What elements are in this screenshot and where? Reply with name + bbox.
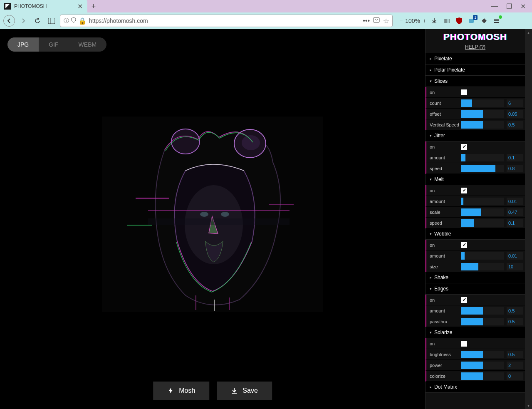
- slices-count-value[interactable]: 6: [507, 99, 523, 107]
- jitter-speed-value[interactable]: 0.8: [507, 165, 523, 172]
- effect-pixelate[interactable]: ▸Pixelate: [426, 53, 525, 64]
- zoom-in-button[interactable]: +: [423, 17, 426, 24]
- tab-close-icon[interactable]: ✕: [77, 3, 83, 10]
- forward-button[interactable]: [17, 15, 29, 27]
- edges-passthru-slider[interactable]: [461, 318, 504, 325]
- reload-button[interactable]: [32, 15, 43, 27]
- browser-tab[interactable]: PHOTOMOSH ✕: [0, 0, 87, 12]
- effect-wobble[interactable]: ▾Wobble: [426, 228, 525, 240]
- maximize-icon[interactable]: ❐: [506, 2, 512, 10]
- svg-rect-20: [148, 218, 290, 225]
- effect-edges[interactable]: ▾Edges: [426, 283, 525, 295]
- more-icon[interactable]: •••: [363, 17, 370, 25]
- tab-bar: PHOTOMOSH ✕ + — ❐ ✕: [0, 0, 532, 12]
- wobble-size-slider[interactable]: [461, 263, 504, 270]
- solarize-on-row: on: [426, 338, 525, 349]
- solarize-brightness-slider[interactable]: [461, 351, 504, 358]
- effect-polar-pixelate[interactable]: ▸Polar Pixelate: [426, 64, 525, 76]
- svg-rect-21: [136, 198, 169, 199]
- save-button[interactable]: Save: [217, 382, 272, 400]
- url-bar[interactable]: ⓘ 🔒 https://photomosh.com ••• ☆: [60, 15, 393, 27]
- solarize-power-value[interactable]: 2: [507, 362, 523, 369]
- minimize-icon[interactable]: —: [491, 2, 498, 10]
- info-icon[interactable]: ⓘ: [64, 17, 69, 25]
- close-window-icon[interactable]: ✕: [520, 2, 526, 10]
- mosh-label: Mosh: [179, 387, 195, 394]
- solarize-power-slider[interactable]: [461, 362, 504, 369]
- melt-speed-slider[interactable]: [461, 219, 504, 227]
- ublock-icon[interactable]: [455, 17, 463, 25]
- jitter-amount-value[interactable]: 0.1: [507, 154, 523, 161]
- chevron-right-icon: ▸: [430, 275, 432, 280]
- edges-amount-value[interactable]: 0.5: [507, 307, 523, 315]
- solarize-on-checkbox[interactable]: [461, 341, 467, 347]
- melt-scale-value[interactable]: 0.47: [507, 208, 523, 216]
- main-canvas-area: JPG GIF WEBM: [0, 29, 425, 409]
- solarize-colorize-value[interactable]: 0: [507, 372, 523, 380]
- slices-offset-value[interactable]: 0.05: [507, 110, 523, 118]
- effect-jitter[interactable]: ▾Jitter: [426, 130, 525, 141]
- effect-solarize[interactable]: ▾Solarize: [426, 327, 525, 338]
- wobble-size-value[interactable]: 10: [507, 263, 523, 270]
- effect-slices[interactable]: ▾Slices: [426, 76, 525, 87]
- help-link[interactable]: HELP (?): [426, 44, 525, 53]
- solarize-colorize-row: colorize0: [426, 371, 525, 382]
- reader-icon[interactable]: [373, 17, 380, 25]
- bookmark-star-icon[interactable]: ☆: [383, 17, 389, 25]
- solarize-power-row: power2: [426, 360, 525, 371]
- slices-vspeed-value[interactable]: 0.5: [507, 121, 523, 129]
- jitter-speed-slider[interactable]: [461, 165, 504, 172]
- mosh-button[interactable]: Mosh: [153, 382, 209, 400]
- slices-vspeed-slider[interactable]: [461, 121, 504, 129]
- wobble-amount-slider[interactable]: [461, 252, 504, 260]
- sidebar-toggle-icon[interactable]: [46, 15, 57, 27]
- melt-amount-value[interactable]: 0.01: [507, 198, 523, 205]
- lock-icon[interactable]: 🔒: [78, 17, 87, 25]
- format-tab-jpg[interactable]: JPG: [7, 37, 39, 52]
- new-tab-button[interactable]: +: [87, 0, 100, 12]
- edges-amount-slider[interactable]: [461, 307, 504, 315]
- wobble-on-checkbox[interactable]: [461, 242, 467, 248]
- melt-on-row: on: [426, 185, 525, 196]
- extension-icon[interactable]: [480, 17, 488, 25]
- melt-amount-slider[interactable]: [461, 198, 504, 205]
- slices-on-checkbox[interactable]: [461, 89, 467, 95]
- melt-scale-row: scale0.47: [426, 207, 525, 218]
- notifications-icon[interactable]: 1: [468, 17, 476, 25]
- back-button[interactable]: [3, 15, 15, 27]
- slices-count-slider[interactable]: [461, 99, 504, 107]
- jitter-amount-slider[interactable]: [461, 154, 504, 161]
- preview-canvas[interactable]: [102, 117, 323, 312]
- chevron-down-icon: ▾: [430, 177, 432, 181]
- solarize-colorize-slider[interactable]: [461, 372, 504, 380]
- jitter-on-checkbox[interactable]: [461, 144, 467, 150]
- melt-speed-value[interactable]: 0.1: [507, 219, 523, 227]
- wobble-amount-value[interactable]: 0.01: [507, 252, 523, 260]
- edges-passthru-value[interactable]: 0.5: [507, 318, 523, 325]
- format-tab-webm[interactable]: WEBM: [69, 37, 107, 52]
- format-tab-gif[interactable]: GIF: [39, 37, 68, 52]
- menu-icon[interactable]: [492, 17, 501, 25]
- zoom-out-button[interactable]: −: [399, 17, 403, 24]
- effect-shake[interactable]: ▸Shake: [426, 272, 525, 283]
- melt-scale-slider[interactable]: [461, 208, 504, 216]
- slices-offset-slider[interactable]: [461, 110, 504, 118]
- chevron-down-icon: ▾: [430, 287, 432, 291]
- melt-amount-row: amount0.01: [426, 196, 525, 207]
- solarize-brightness-value[interactable]: 0.5: [507, 351, 523, 358]
- effect-melt[interactable]: ▾Melt: [426, 174, 525, 185]
- edges-on-checkbox[interactable]: [461, 297, 467, 303]
- vertical-scrollbar[interactable]: ▴ ▾: [525, 29, 532, 409]
- svg-point-17: [200, 212, 208, 217]
- shield-icon[interactable]: [71, 17, 77, 25]
- extension-grid-icon[interactable]: [443, 17, 451, 25]
- chevron-right-icon: ▸: [430, 385, 432, 389]
- slices-vspeed-row: Vertical Speed0.5: [426, 119, 525, 130]
- effect-dot-matrix[interactable]: ▸Dot Matrix: [426, 382, 525, 393]
- slices-count-row: count6: [426, 98, 525, 109]
- download-icon[interactable]: [430, 17, 438, 25]
- jitter-speed-row: speed0.8: [426, 163, 525, 174]
- scroll-down-icon[interactable]: ▾: [525, 402, 532, 409]
- melt-on-checkbox[interactable]: [461, 188, 467, 193]
- scroll-up-icon[interactable]: ▴: [525, 29, 532, 36]
